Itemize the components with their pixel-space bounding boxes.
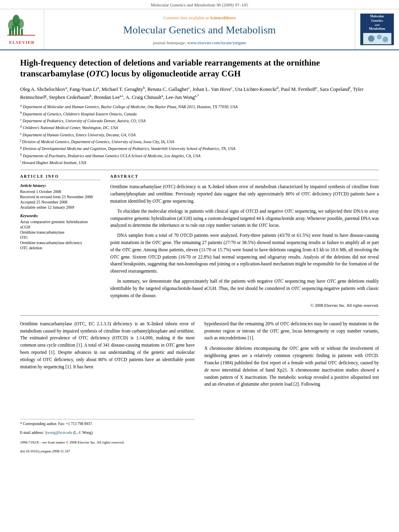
- page-container: Molecular Genetics and Metabolism 96 (20…: [0, 0, 399, 462]
- abstract-para-4: In summary, we demonstrate that approxim…: [110, 278, 379, 299]
- divider-1: [20, 170, 379, 170]
- keyword-4: Ornithine transcarbamylase deficiency: [20, 240, 101, 245]
- article-title: High-frequency detection of deletions an…: [20, 58, 379, 80]
- body-right-col: hypothesized that the remaining 20% of O…: [204, 320, 379, 458]
- body-left-col: Ornithine transcarbamylase (OTC, EC 2.1.…: [20, 320, 195, 458]
- history-accepted: Accepted 25 November 2008: [20, 200, 101, 204]
- email-note: E-mail address: ljwong@bcm.edu (L.-J. Wo…: [20, 430, 195, 436]
- cover-image-icon: [363, 33, 391, 44]
- journal-citation: Molecular Genetics and Metabolism 96 (20…: [151, 2, 248, 7]
- sciencedirect-link[interactable]: Contents lists available at ScienceDirec…: [163, 15, 235, 20]
- email-link[interactable]: ljwong@bcm.edu: [45, 431, 72, 435]
- article-history-label: Article history:: [20, 183, 101, 188]
- svg-point-12: [383, 37, 388, 42]
- sciencedirect-brand[interactable]: ScienceDirect: [210, 15, 236, 20]
- journal-top-bar: Molecular Genetics and Metabolism 96 (20…: [0, 0, 399, 9]
- main-content: High-frequency detection of deletions an…: [0, 50, 399, 462]
- body-right-para-1: hypothesized that the remaining 20% of O…: [204, 320, 379, 342]
- svg-rect-8: [7, 35, 35, 36]
- doi-line: doi:10.1016/j.ymgme.2008.11.167: [20, 449, 195, 454]
- footer-notes: * Corresponding author. Fax: +1 713 798 …: [20, 419, 195, 454]
- keyword-5: OTC deletion: [20, 246, 101, 250]
- article-info-label: ARTICLE INFO: [20, 174, 101, 180]
- svg-point-7: [17, 19, 24, 29]
- keyword-0: Array comparative genomic hybridization: [20, 220, 101, 224]
- elsevier-tree-icon: [6, 14, 38, 38]
- body-right-para-2: X chromosome deletions encompassing the …: [204, 345, 379, 388]
- keyword-1: aCGH: [20, 225, 101, 229]
- journal-cover-logo: MolecularGeneticsandMetabolism: [355, 9, 399, 49]
- history-revised: Received in revised form 23 November 200…: [20, 195, 101, 199]
- body-section: Ornithine transcarbamylase (OTC, EC 2.1.…: [20, 315, 379, 458]
- history-online: Available online 12 January 2009: [20, 205, 101, 210]
- authors-line: Oleg A. Shchelochkova, Fang-Yuan Lia, Mi…: [20, 85, 379, 101]
- body-two-col: Ornithine transcarbamylase (OTC, EC 2.1.…: [20, 320, 379, 458]
- svg-point-10: [368, 35, 374, 42]
- svg-point-11: [377, 35, 382, 39]
- journal-cover-box: MolecularGeneticsandMetabolism: [360, 13, 394, 45]
- article-info-col: ARTICLE INFO Article history: Received 1…: [20, 174, 101, 308]
- keyword-2: Ornithine transcarbamylase: [20, 230, 101, 234]
- homepage-url[interactable]: www.elsevier.com/locate/ymgme: [187, 40, 246, 45]
- copyright-line: © 2008 Elsevier Inc. All rights reserved…: [110, 302, 379, 309]
- elsevier-text: ELSEVIER: [9, 40, 35, 45]
- abstract-text: Ornithine transcarbamylase (OTC) deficie…: [110, 183, 379, 308]
- elsevier-logo-area: ELSEVIER: [0, 9, 44, 49]
- keyword-3: OTC: [20, 235, 101, 240]
- history-received: Received 1 October 2008: [20, 189, 101, 194]
- journal-title: Molecular Genetics and Metabolism: [123, 24, 276, 36]
- abstract-para-3: DNA samples from a total of 70 OTCD pati…: [110, 232, 379, 275]
- abstract-para-1: Ornithine transcarbamylase (OTC) deficie…: [110, 183, 379, 205]
- abstract-para-2: To elucidate the molecular etiology in p…: [110, 208, 379, 229]
- article-info-abstract-section: ARTICLE INFO Article history: Received 1…: [20, 174, 379, 308]
- journal-homepage: journal homepage: www.elsevier.com/locat…: [153, 40, 246, 45]
- corresponding-author-note: * Corresponding author. Fax: +1 713 798 …: [20, 421, 195, 427]
- header-section: ELSEVIER Contents lists available at Sci…: [0, 9, 399, 50]
- keywords-label: Keywords:: [20, 214, 101, 218]
- svg-rect-4: [21, 29, 23, 36]
- header-center: Contents lists available at ScienceDirec…: [44, 9, 355, 49]
- abstract-col: ABSTRACT Ornithine transcarbamylase (OTC…: [110, 174, 379, 308]
- body-para-1: Ornithine transcarbamylase (OTC, EC 2.1.…: [20, 320, 195, 371]
- abstract-label: ABSTRACT: [110, 174, 379, 180]
- issn-line: 1096-7192/$ – see front matter © 2008 El…: [20, 440, 195, 446]
- affiliations: a Department of Molecular and Human Gene…: [20, 103, 379, 166]
